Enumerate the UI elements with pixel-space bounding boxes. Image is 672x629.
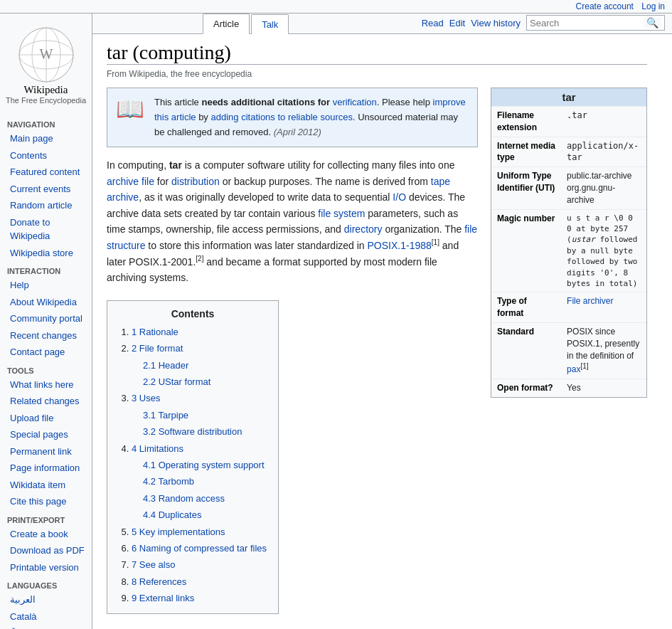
interaction-section: Interaction Help About Wikipedia Communi… <box>0 267 92 361</box>
infobox-label-standard: Standard <box>491 322 561 379</box>
search-box: 🔍 <box>526 15 665 31</box>
tab-right-actions: Read Edit View history 🔍 <box>422 15 672 33</box>
content-area: Article Talk Read Edit View history 🔍 ta… <box>92 14 672 629</box>
interaction-title: Interaction <box>6 267 86 275</box>
citation-box: 📖 This article needs additional citation… <box>107 88 478 147</box>
sidebar-item-upload-file[interactable]: Upload file <box>6 410 86 427</box>
infobox-label-uti: Uniform Type Identifier (UTI) <box>491 167 561 209</box>
io-link[interactable]: I/O <box>393 191 406 203</box>
log-in-link[interactable]: Log in <box>641 1 665 11</box>
contents-link-4-1[interactable]: 4.1 Operating system support <box>143 460 265 470</box>
contents-sub-4: 4.1 Operating system support 4.2 Tarbomb… <box>132 457 267 524</box>
contents-link-5[interactable]: 5 Key implementations <box>132 527 225 537</box>
sidebar-item-wikidata[interactable]: Wikidata item <box>6 477 86 494</box>
sidebar-item-main-page[interactable]: Main page <box>6 130 86 147</box>
tools-title: Tools <box>6 366 86 375</box>
sidebar-item-special-pages[interactable]: Special pages <box>6 426 86 443</box>
file-system-link[interactable]: file system <box>318 208 365 219</box>
sidebar-item-wikipedia-store[interactable]: Wikipedia store <box>6 245 86 262</box>
sidebar-item-featured-content[interactable]: Featured content <box>6 164 86 181</box>
contents-item-6: 6 Naming of compressed tar files <box>132 540 267 556</box>
directory-link[interactable]: directory <box>344 223 383 235</box>
print-section: Print/export Create a book Download as P… <box>0 516 92 576</box>
logo-area: W Wikipedia The Free Encyclopedia <box>0 19 92 115</box>
infobox: tar Filename extension .tar Internet med… <box>491 88 647 398</box>
contents-link-4-3[interactable]: 4.3 Random access <box>143 493 225 504</box>
navigation-title: Navigation <box>6 120 86 129</box>
sidebar-item-community-portal[interactable]: Community portal <box>6 310 86 327</box>
contents-item-3: 3 Uses 3.1 Tarpipe 3.2 Software distribu… <box>132 390 267 440</box>
sidebar-item-contact[interactable]: Contact page <box>6 344 86 361</box>
contents-link-2-2[interactable]: 2.2 UStar format <box>143 376 210 387</box>
verification-link[interactable]: verification <box>333 97 377 107</box>
top-bar: Create account Log in <box>0 0 672 14</box>
contents-link-8[interactable]: 8 References <box>132 576 186 587</box>
search-input[interactable] <box>530 18 644 28</box>
contents-link-9[interactable]: 9 External links <box>132 593 194 603</box>
search-button[interactable]: 🔍 <box>644 17 661 28</box>
sidebar-item-download-pdf[interactable]: Download as PDF <box>6 542 86 559</box>
citation-text: This article needs additional citations … <box>154 95 469 139</box>
sidebar-item-help[interactable]: Help <box>6 277 86 294</box>
infobox-label-magic: Magic number <box>491 209 561 292</box>
infobox-row-type: Type of format File archiver <box>491 292 646 323</box>
contents-item-1: 1 Rationale <box>132 324 267 340</box>
archive-file-link[interactable]: archive file <box>107 176 154 187</box>
posix-link[interactable]: POSIX.1-1988 <box>368 240 432 251</box>
sidebar-item-create-book[interactable]: Create a book <box>6 526 86 543</box>
sidebar-item-printable[interactable]: Printable version <box>6 559 86 576</box>
tab-article[interactable]: Article <box>203 14 250 34</box>
pax-link[interactable]: pax <box>567 364 580 374</box>
infobox-value-type: File archiver <box>561 292 646 323</box>
contents-sub-3: 3.1 Tarpipe 3.2 Software distribution <box>132 407 267 440</box>
adding-citations-link[interactable]: adding citations to reliable sources <box>211 112 353 122</box>
infobox-label-filename: Filename extension <box>491 107 561 137</box>
sidebar-item-random-article[interactable]: Random article <box>6 197 86 214</box>
sidebar-item-about[interactable]: About Wikipedia <box>6 294 86 311</box>
file-archiver-link[interactable]: File archiver <box>567 296 613 306</box>
contents-link-4[interactable]: 4 Limitations <box>132 443 183 454</box>
contents-link-2[interactable]: 2 File format <box>132 343 183 354</box>
infobox-title: tar <box>491 88 646 106</box>
sidebar-item-donate[interactable]: Donate to Wikipedia <box>6 214 86 245</box>
sidebar-item-permanent-link[interactable]: Permanent link <box>6 443 86 460</box>
wiki-subtitle: The Free Encyclopedia <box>0 96 92 105</box>
contents-link-3-2[interactable]: 3.2 Software distribution <box>143 426 242 437</box>
article-title: tar (computing) <box>107 41 647 65</box>
tab-read[interactable]: Read <box>422 18 444 28</box>
infobox-row-magic: Magic number u s t a r \0 0 0 at byte 25… <box>491 209 646 292</box>
create-account-link[interactable]: Create account <box>576 1 634 11</box>
tab-view-history[interactable]: View history <box>471 18 521 28</box>
infobox-label-type: Type of format <box>491 292 561 323</box>
contents-link-6[interactable]: 6 Naming of compressed tar files <box>132 543 267 554</box>
contents-link-7[interactable]: 7 See also <box>132 559 175 570</box>
sidebar-item-what-links[interactable]: What links here <box>6 376 86 393</box>
contents-link-1[interactable]: 1 Rationale <box>132 327 178 337</box>
tab-edit[interactable]: Edit <box>449 18 465 28</box>
sidebar-item-cite-page[interactable]: Cite this page <box>6 493 86 510</box>
lang-catala[interactable]: Català <box>6 608 86 625</box>
sidebar-item-current-events[interactable]: Current events <box>6 181 86 198</box>
tab-talk[interactable]: Talk <box>251 14 289 34</box>
citation-date: (April 2012) <box>274 127 321 137</box>
distribution-link[interactable]: distribution <box>171 176 220 187</box>
sidebar-item-page-info[interactable]: Page information <box>6 460 86 477</box>
infobox-row-media: Internet media type application/x-tar <box>491 137 646 167</box>
lang-arabic[interactable]: العربية <box>6 591 86 608</box>
contents-list: 1 Rationale 2 File format 2.1 Header 2.2… <box>119 324 267 607</box>
contents-link-3[interactable]: 3 Uses <box>132 393 160 403</box>
contents-item-5: 5 Key implementations <box>132 524 267 540</box>
languages-title: Languages <box>6 581 86 590</box>
contents-link-4-2[interactable]: 4.2 Tarbomb <box>143 476 194 487</box>
contents-link-3-1[interactable]: 3.1 Tarpipe <box>143 410 188 421</box>
sidebar-item-related-changes[interactable]: Related changes <box>6 393 86 410</box>
wikipedia-logo: W <box>18 26 75 83</box>
infobox-label-media: Internet media type <box>491 137 561 167</box>
sidebar-item-contents[interactable]: Contents <box>6 147 86 164</box>
contents-link-4-4[interactable]: 4.4 Duplicates <box>143 509 201 520</box>
contents-link-2-1[interactable]: 2.1 Header <box>143 360 188 371</box>
sidebar-item-recent-changes[interactable]: Recent changes <box>6 327 86 344</box>
infobox-value-standard: POSIX since POSIX.1, presently in the de… <box>561 322 646 379</box>
lang-czech[interactable]: Čeština <box>6 625 86 629</box>
contents-box: Contents 1 Rationale 2 File format 2.1 H… <box>107 300 279 615</box>
